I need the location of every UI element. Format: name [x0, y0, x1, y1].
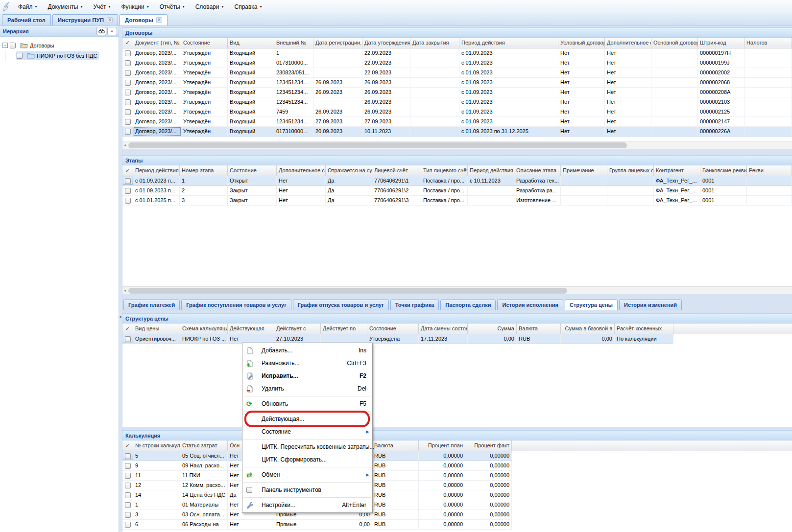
row-checkbox[interactable] [125, 453, 131, 459]
column-header[interactable]: Действует по [321, 324, 367, 334]
row-checkbox[interactable] [125, 50, 131, 56]
detail-tab[interactable]: График поступления товаров и услуг [181, 300, 291, 310]
column-header[interactable]: Лицевой счёт [372, 165, 421, 176]
main-tab[interactable]: Договоры✕ [120, 14, 168, 25]
column-header[interactable]: Рекви [747, 165, 792, 176]
main-tab[interactable]: Рабочий стол [2, 14, 51, 25]
column-header[interactable]: Отражается на су [326, 165, 372, 176]
tree-checkbox[interactable] [10, 43, 16, 48]
row-checkbox[interactable] [125, 188, 131, 194]
column-header[interactable]: Описание этапа [514, 165, 561, 176]
close-icon[interactable]: ✕ [107, 17, 113, 23]
tree-node[interactable]: −Договоры [2, 40, 119, 50]
select-all-header[interactable]: ✓ [122, 38, 133, 48]
hscroll-thumb[interactable] [128, 288, 567, 294]
table-row[interactable]: Договор, 2023/...УтверждёнВходящий123451… [122, 97, 792, 107]
row-checkbox[interactable] [125, 80, 131, 86]
row-checkbox[interactable] [125, 502, 131, 508]
column-header[interactable]: Дата смены состоя [419, 324, 468, 334]
row-checkbox[interactable] [125, 99, 131, 105]
table-row[interactable]: 606 Расходы наНетПрямые0,00RUB0,000000,0… [122, 520, 512, 530]
context-menu-item[interactable]: ⇄Обмен▶ [242, 468, 372, 481]
column-header[interactable]: Вид цены [133, 324, 180, 334]
column-header[interactable]: Дата регистрации. [313, 38, 362, 48]
collapse-panel-icon[interactable]: « [107, 27, 117, 35]
detail-tab[interactable]: Точки графика [390, 300, 439, 310]
column-header[interactable]: Процент факт [465, 440, 512, 451]
context-menu-item[interactable]: Исправить...F2 [242, 370, 372, 382]
menubar-item[interactable]: Функции▾ [116, 1, 154, 12]
column-header[interactable]: Действующая [228, 324, 274, 334]
select-all-header[interactable]: ✓ [122, 440, 133, 451]
column-header[interactable]: Статья затрат [180, 440, 228, 451]
row-checkbox[interactable] [125, 463, 131, 469]
table-row[interactable]: Договор, 2023/...УтверждёнВходящий122.09… [122, 48, 792, 58]
column-header[interactable]: Группа лицевых сч [607, 165, 654, 176]
context-menu-item[interactable]: Панель инструментов [242, 484, 372, 496]
table-row[interactable]: с 01.09.2023 п...2ЗакрытНетДа7706406291\… [122, 186, 792, 196]
hscroll-thumb[interactable] [128, 142, 627, 148]
column-header[interactable]: Контрагент [654, 165, 700, 176]
row-checkbox[interactable] [125, 492, 131, 498]
column-header[interactable]: Основной договор [651, 38, 698, 48]
table-row[interactable]: Договор, 2023/...УтверждёнВходящий123451… [122, 117, 792, 127]
tree-node-content[interactable]: НИОКР по ГОЗ без НДС [16, 51, 99, 60]
context-menu-item[interactable]: Настройки...Alt+Enter [242, 499, 372, 511]
column-header[interactable]: Штрих-код [698, 38, 744, 48]
column-header[interactable]: Состояние [228, 165, 277, 176]
table-row[interactable]: с 01.09.2023 п...1ОткрытНетДа7706406291\… [122, 176, 792, 186]
column-header[interactable]: Вид [228, 38, 274, 48]
column-header[interactable]: Процент план [419, 440, 465, 451]
column-header[interactable]: Номер этапа [180, 165, 228, 176]
row-checkbox[interactable] [125, 119, 131, 125]
table-row[interactable]: с 01.01.2025 п...3ЗакрытНетДа7706406291\… [122, 196, 792, 206]
row-checkbox[interactable] [125, 473, 131, 479]
context-menu-item[interactable]: ⟳ОбновитьF5 [242, 397, 372, 410]
column-header[interactable]: Банковские рекви [700, 165, 747, 176]
main-tab[interactable]: Инструкции ПУП✕ [52, 14, 118, 25]
row-checkbox[interactable] [125, 522, 131, 528]
column-header[interactable]: Дополнительное с [277, 165, 326, 176]
row-checkbox[interactable] [125, 60, 131, 66]
menubar-item[interactable]: Учёт▾ [88, 1, 116, 12]
column-header[interactable]: Дата утверждения [362, 38, 410, 48]
row-checkbox[interactable] [125, 109, 131, 115]
column-header[interactable]: Сумма в базовой в [561, 324, 615, 334]
menubar-item[interactable]: Справка▾ [229, 1, 267, 12]
context-menu-item[interactable]: Состояние▶ [242, 425, 372, 438]
row-checkbox[interactable] [125, 70, 131, 76]
column-header[interactable]: Период действия л [468, 165, 514, 176]
table-row[interactable]: Договор, 2023/...УтверждёнВходящий123451… [122, 78, 792, 88]
select-all-header[interactable]: ✓ [122, 324, 133, 334]
table-row[interactable]: Договор, 2023/...УтверждёнВходящий123451… [122, 88, 792, 97]
row-checkbox[interactable] [125, 129, 131, 135]
row-checkbox[interactable] [125, 512, 131, 518]
column-header[interactable]: Налогов [744, 38, 792, 48]
column-header[interactable]: Состояние [367, 324, 419, 334]
column-header[interactable]: Условный договор [558, 38, 605, 48]
row-checkbox[interactable] [125, 90, 131, 95]
tree-node[interactable]: НИОКР по ГОЗ без НДС [2, 50, 119, 61]
tree-toggle-icon[interactable]: − [2, 43, 8, 48]
menubar-item[interactable]: Словари▾ [190, 1, 229, 12]
column-header[interactable]: Валюта [517, 324, 561, 334]
column-header[interactable]: Состояние [181, 38, 228, 48]
collapse-arrow-icon[interactable]: ◂ [119, 314, 121, 319]
column-header[interactable]: Период действия.. [133, 165, 180, 176]
table-row[interactable]: Ориентировоч...НИОКР по ГОЗ ...Нет27.10.… [122, 334, 673, 344]
column-header[interactable]: Расчёт косвенных [615, 324, 673, 334]
detail-tab[interactable]: История изменений [619, 300, 682, 310]
table-row[interactable]: Договор, 2023/...УтверждёнВходящий017310… [122, 127, 792, 137]
detail-tab[interactable]: Паспорта сделки [440, 300, 496, 310]
column-header[interactable]: Сумма [468, 324, 517, 334]
close-icon[interactable]: ✕ [156, 17, 162, 23]
column-header[interactable]: Дополнительное с [605, 38, 651, 48]
context-menu-item[interactable]: ЦИТК. Пересчитать косвенные затраты... [242, 440, 372, 453]
column-header[interactable]: Примечание [561, 165, 607, 176]
splitter[interactable] [119, 26, 122, 532]
row-checkbox[interactable] [125, 336, 131, 342]
menubar-item[interactable]: Отчёты▾ [154, 1, 190, 12]
tree-node-content[interactable]: Договоры [10, 42, 54, 48]
tree-checkbox[interactable] [17, 53, 23, 59]
column-header[interactable]: Действует с [274, 324, 321, 334]
